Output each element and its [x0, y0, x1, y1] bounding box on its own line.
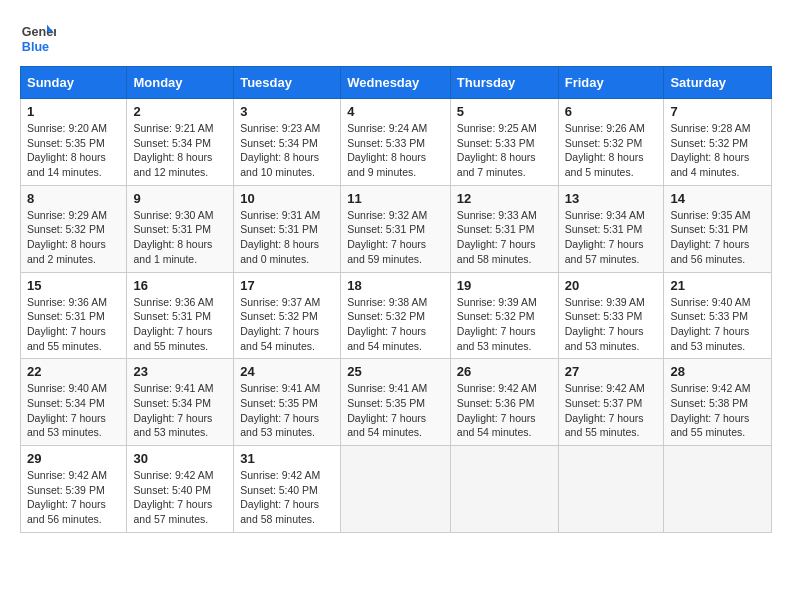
day-number: 5: [457, 104, 552, 119]
day-number: 16: [133, 278, 227, 293]
day-number: 10: [240, 191, 334, 206]
day-info: Sunrise: 9:37 AM Sunset: 5:32 PM Dayligh…: [240, 295, 334, 354]
day-cell: 17 Sunrise: 9:37 AM Sunset: 5:32 PM Dayl…: [234, 272, 341, 359]
day-info: Sunrise: 9:30 AM Sunset: 5:31 PM Dayligh…: [133, 208, 227, 267]
day-cell: 3 Sunrise: 9:23 AM Sunset: 5:34 PM Dayli…: [234, 99, 341, 186]
weekday-monday: Monday: [127, 67, 234, 99]
day-info: Sunrise: 9:42 AM Sunset: 5:39 PM Dayligh…: [27, 468, 120, 527]
day-info: Sunrise: 9:42 AM Sunset: 5:37 PM Dayligh…: [565, 381, 658, 440]
day-cell: 7 Sunrise: 9:28 AM Sunset: 5:32 PM Dayli…: [664, 99, 772, 186]
day-number: 23: [133, 364, 227, 379]
day-info: Sunrise: 9:35 AM Sunset: 5:31 PM Dayligh…: [670, 208, 765, 267]
day-number: 12: [457, 191, 552, 206]
day-cell: [450, 446, 558, 533]
day-number: 15: [27, 278, 120, 293]
day-info: Sunrise: 9:32 AM Sunset: 5:31 PM Dayligh…: [347, 208, 444, 267]
day-info: Sunrise: 9:28 AM Sunset: 5:32 PM Dayligh…: [670, 121, 765, 180]
day-number: 30: [133, 451, 227, 466]
day-cell: 13 Sunrise: 9:34 AM Sunset: 5:31 PM Dayl…: [558, 185, 664, 272]
day-info: Sunrise: 9:40 AM Sunset: 5:34 PM Dayligh…: [27, 381, 120, 440]
day-info: Sunrise: 9:39 AM Sunset: 5:33 PM Dayligh…: [565, 295, 658, 354]
day-cell: 9 Sunrise: 9:30 AM Sunset: 5:31 PM Dayli…: [127, 185, 234, 272]
day-info: Sunrise: 9:31 AM Sunset: 5:31 PM Dayligh…: [240, 208, 334, 267]
day-number: 24: [240, 364, 334, 379]
day-number: 3: [240, 104, 334, 119]
page-header: General Blue: [20, 20, 772, 56]
day-cell: 16 Sunrise: 9:36 AM Sunset: 5:31 PM Dayl…: [127, 272, 234, 359]
day-cell: 23 Sunrise: 9:41 AM Sunset: 5:34 PM Dayl…: [127, 359, 234, 446]
day-cell: 10 Sunrise: 9:31 AM Sunset: 5:31 PM Dayl…: [234, 185, 341, 272]
weekday-saturday: Saturday: [664, 67, 772, 99]
weekday-thursday: Thursday: [450, 67, 558, 99]
day-number: 7: [670, 104, 765, 119]
weekday-tuesday: Tuesday: [234, 67, 341, 99]
day-cell: [664, 446, 772, 533]
day-info: Sunrise: 9:33 AM Sunset: 5:31 PM Dayligh…: [457, 208, 552, 267]
day-info: Sunrise: 9:36 AM Sunset: 5:31 PM Dayligh…: [133, 295, 227, 354]
day-number: 20: [565, 278, 658, 293]
day-info: Sunrise: 9:34 AM Sunset: 5:31 PM Dayligh…: [565, 208, 658, 267]
week-row-1: 1 Sunrise: 9:20 AM Sunset: 5:35 PM Dayli…: [21, 99, 772, 186]
day-info: Sunrise: 9:41 AM Sunset: 5:34 PM Dayligh…: [133, 381, 227, 440]
day-info: Sunrise: 9:20 AM Sunset: 5:35 PM Dayligh…: [27, 121, 120, 180]
day-number: 9: [133, 191, 227, 206]
day-info: Sunrise: 9:25 AM Sunset: 5:33 PM Dayligh…: [457, 121, 552, 180]
day-cell: 26 Sunrise: 9:42 AM Sunset: 5:36 PM Dayl…: [450, 359, 558, 446]
day-number: 8: [27, 191, 120, 206]
day-cell: 31 Sunrise: 9:42 AM Sunset: 5:40 PM Dayl…: [234, 446, 341, 533]
day-cell: 8 Sunrise: 9:29 AM Sunset: 5:32 PM Dayli…: [21, 185, 127, 272]
day-number: 22: [27, 364, 120, 379]
day-info: Sunrise: 9:41 AM Sunset: 5:35 PM Dayligh…: [240, 381, 334, 440]
day-info: Sunrise: 9:26 AM Sunset: 5:32 PM Dayligh…: [565, 121, 658, 180]
day-cell: 5 Sunrise: 9:25 AM Sunset: 5:33 PM Dayli…: [450, 99, 558, 186]
day-info: Sunrise: 9:42 AM Sunset: 5:36 PM Dayligh…: [457, 381, 552, 440]
day-info: Sunrise: 9:40 AM Sunset: 5:33 PM Dayligh…: [670, 295, 765, 354]
day-number: 17: [240, 278, 334, 293]
day-cell: 4 Sunrise: 9:24 AM Sunset: 5:33 PM Dayli…: [341, 99, 451, 186]
day-number: 19: [457, 278, 552, 293]
day-cell: [341, 446, 451, 533]
weekday-sunday: Sunday: [21, 67, 127, 99]
day-cell: 30 Sunrise: 9:42 AM Sunset: 5:40 PM Dayl…: [127, 446, 234, 533]
day-number: 4: [347, 104, 444, 119]
week-row-5: 29 Sunrise: 9:42 AM Sunset: 5:39 PM Dayl…: [21, 446, 772, 533]
day-cell: 18 Sunrise: 9:38 AM Sunset: 5:32 PM Dayl…: [341, 272, 451, 359]
day-cell: 19 Sunrise: 9:39 AM Sunset: 5:32 PM Dayl…: [450, 272, 558, 359]
day-number: 31: [240, 451, 334, 466]
day-cell: 27 Sunrise: 9:42 AM Sunset: 5:37 PM Dayl…: [558, 359, 664, 446]
day-cell: 22 Sunrise: 9:40 AM Sunset: 5:34 PM Dayl…: [21, 359, 127, 446]
day-cell: 25 Sunrise: 9:41 AM Sunset: 5:35 PM Dayl…: [341, 359, 451, 446]
svg-text:Blue: Blue: [22, 40, 49, 54]
day-cell: 12 Sunrise: 9:33 AM Sunset: 5:31 PM Dayl…: [450, 185, 558, 272]
day-cell: 29 Sunrise: 9:42 AM Sunset: 5:39 PM Dayl…: [21, 446, 127, 533]
day-number: 29: [27, 451, 120, 466]
day-info: Sunrise: 9:42 AM Sunset: 5:38 PM Dayligh…: [670, 381, 765, 440]
logo-icon: General Blue: [20, 20, 56, 56]
week-row-2: 8 Sunrise: 9:29 AM Sunset: 5:32 PM Dayli…: [21, 185, 772, 272]
day-cell: [558, 446, 664, 533]
day-info: Sunrise: 9:24 AM Sunset: 5:33 PM Dayligh…: [347, 121, 444, 180]
day-number: 26: [457, 364, 552, 379]
day-info: Sunrise: 9:41 AM Sunset: 5:35 PM Dayligh…: [347, 381, 444, 440]
day-cell: 15 Sunrise: 9:36 AM Sunset: 5:31 PM Dayl…: [21, 272, 127, 359]
day-number: 1: [27, 104, 120, 119]
day-cell: 20 Sunrise: 9:39 AM Sunset: 5:33 PM Dayl…: [558, 272, 664, 359]
day-info: Sunrise: 9:42 AM Sunset: 5:40 PM Dayligh…: [133, 468, 227, 527]
calendar-table: SundayMondayTuesdayWednesdayThursdayFrid…: [20, 66, 772, 533]
weekday-friday: Friday: [558, 67, 664, 99]
day-number: 25: [347, 364, 444, 379]
day-number: 11: [347, 191, 444, 206]
day-info: Sunrise: 9:23 AM Sunset: 5:34 PM Dayligh…: [240, 121, 334, 180]
day-number: 14: [670, 191, 765, 206]
day-number: 18: [347, 278, 444, 293]
weekday-wednesday: Wednesday: [341, 67, 451, 99]
weekday-header-row: SundayMondayTuesdayWednesdayThursdayFrid…: [21, 67, 772, 99]
day-number: 2: [133, 104, 227, 119]
day-info: Sunrise: 9:38 AM Sunset: 5:32 PM Dayligh…: [347, 295, 444, 354]
day-cell: 24 Sunrise: 9:41 AM Sunset: 5:35 PM Dayl…: [234, 359, 341, 446]
day-cell: 11 Sunrise: 9:32 AM Sunset: 5:31 PM Dayl…: [341, 185, 451, 272]
day-info: Sunrise: 9:36 AM Sunset: 5:31 PM Dayligh…: [27, 295, 120, 354]
day-info: Sunrise: 9:42 AM Sunset: 5:40 PM Dayligh…: [240, 468, 334, 527]
day-cell: 21 Sunrise: 9:40 AM Sunset: 5:33 PM Dayl…: [664, 272, 772, 359]
day-cell: 2 Sunrise: 9:21 AM Sunset: 5:34 PM Dayli…: [127, 99, 234, 186]
